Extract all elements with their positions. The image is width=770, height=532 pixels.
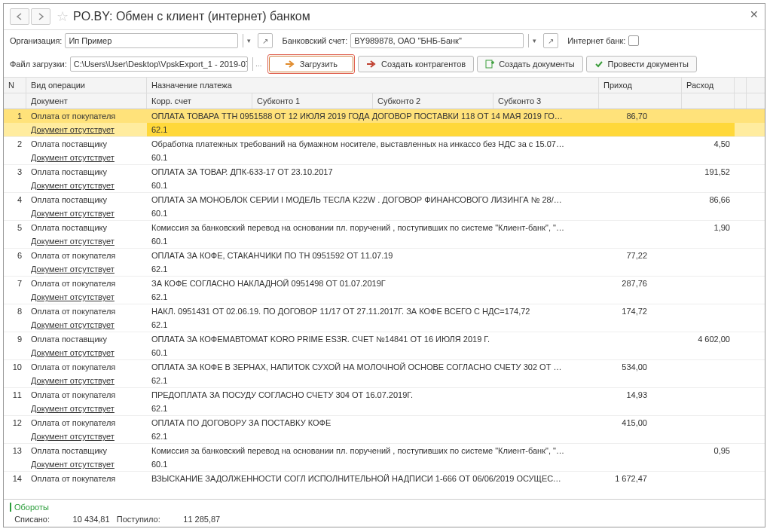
cell-purpose: ОПЛАТА ЗА ТОВАР. ДПК-633-17 ОТ 23.10.201… [147,165,569,179]
table-row[interactable]: 3Оплата поставщикуОПЛАТА ЗА ТОВАР. ДПК-6… [4,165,765,193]
cell-account: 62.1 [147,262,735,276]
cell-purpose: ВЗЫСКАНИЕ ЗАДОЛЖЕННОСТИ СОГЛ ИСПОЛНИТЕЛЬ… [147,472,569,485]
cell-expense [652,309,735,313]
cell-operation: Оплата от покупателя [26,472,147,485]
organization-dropdown-button[interactable]: ▾ [243,34,255,47]
cell-document-link[interactable]: Документ отсутствует [26,262,147,276]
grid-body[interactable]: 1Оплата от покупателяОПЛАТА ТОВАРА ТТН 0… [4,109,765,486]
turnover-label: Обороты [10,503,759,512]
header-n[interactable]: N [4,78,26,93]
load-button-label: Загрузить [300,60,338,69]
cell-income: 86,70 [569,109,652,123]
cell-document-link[interactable]: Документ отсутствует [26,346,147,359]
cell-document-link[interactable]: Документ отсутствует [26,318,147,332]
cell-purpose: НАКЛ. 0951431 ОТ 02.06.19. ПО ДОГОВОР 11… [147,304,569,318]
table-row[interactable]: 10Оплата от покупателяОПЛАТА ЗА КОФЕ В З… [4,360,765,388]
file-load-label: Файл загрузки: [10,60,67,69]
organization-value: Ип Пример [69,36,112,45]
table-row[interactable]: 9Оплата поставщикуОПЛАТА ЗА КОФЕМАВТОМАТ… [4,332,765,360]
cell-document-link[interactable]: Документ отсутствует [26,151,147,164]
main-window: ☆ PO.BY: Обмен с клиент (интернет) банко… [3,3,765,527]
file-load-input[interactable]: C:\Users\User\Desktop\VpskExport_1 - 201… [70,57,248,72]
cell-purpose: Обработка платежных требований на бумажн… [147,137,569,151]
cell-account: 60.1 [147,234,735,248]
cell-purpose: ПРЕДОПЛАТА ЗА ПОСУДУ СОГЛАСНО СЧЕТУ 304 … [147,388,569,402]
organization-open-button[interactable]: ↗ [258,33,273,48]
cell-income: 1 672,47 [569,472,652,485]
cell-income [569,337,652,341]
table-row[interactable]: 13Оплата поставщикуКомиссия за банковски… [4,444,765,472]
cell-n: 13 [4,444,26,457]
cell-document-link[interactable]: Документ отсутствует [26,457,147,471]
table-row[interactable]: 2Оплата поставщикуОбработка платежных тр… [4,137,765,165]
cell-document-link[interactable]: Документ отсутствует [26,234,147,248]
table-row[interactable]: 1Оплата от покупателяОПЛАТА ТОВАРА ТТН 0… [4,109,765,137]
nav-forward-button[interactable] [31,8,50,25]
cell-document-link[interactable]: Документ отсутствует [26,123,147,136]
header-payment-purpose[interactable]: Назначение платежа [147,78,599,93]
table-row[interactable]: 5Оплата поставщикуКомиссия за банковский… [4,221,765,249]
footer: Обороты Списано: 10 434,81 Поступило: 11… [4,499,765,527]
written-off-value: 10 434,81 [73,515,110,524]
header-sub1[interactable]: Субконто 1 [252,93,373,109]
cell-expense [652,476,735,481]
cell-document-link[interactable]: Документ отсутствует [26,374,147,387]
cell-operation: Оплата от покупателя [26,277,147,290]
cell-n: 7 [4,277,26,290]
cell-account: 62.1 [147,374,735,387]
header-operation-type[interactable]: Вид операции [26,78,147,93]
cell-n: 14 [4,472,26,485]
cell-document-link[interactable]: Документ отсутствует [26,485,147,486]
arrow-right-icon [36,12,45,21]
cell-operation: Оплата от покупателя [26,249,147,262]
load-button-highlight: Загрузить [267,54,355,74]
cell-document-link[interactable]: Документ отсутствует [26,290,147,304]
table-row[interactable]: 4Оплата поставщикуОПЛАТА ЗА МОНОБЛОК СЕР… [4,193,765,221]
create-counterparties-button[interactable]: Создать контрагентов [358,56,474,72]
header-corr-account[interactable]: Корр. счет [147,93,252,109]
cell-document-link[interactable]: Документ отсутствует [26,206,147,220]
post-documents-button[interactable]: Провести документы [586,56,697,72]
cell-purpose: ОПЛАТА ЗА КОФЕ, СТАКАНЧИКИ ПО ТН 0951592… [147,249,569,262]
cell-n: 9 [4,332,26,346]
create-documents-button[interactable]: Создать документы [477,56,582,72]
bank-account-open-button[interactable]: ↗ [543,33,558,48]
close-button[interactable]: ✕ [750,8,759,20]
cell-operation: Оплата от покупателя [26,388,147,402]
cell-income: 287,76 [569,277,652,290]
favorite-star-icon[interactable]: ☆ [57,8,69,25]
header-document[interactable]: Документ [26,93,147,109]
cell-purpose: ОПЛАТА ЗА КОФЕ В ЗЕРНАХ, НАПИТОК СУХОЙ Н… [147,360,569,374]
received-value: 11 285,87 [183,515,220,524]
params-row-1: Организация: Ип Пример ▾ ↗ Банковский сч… [4,30,765,51]
table-row[interactable]: 11Оплата от покупателяПРЕДОПЛАТА ЗА ПОСУ… [4,388,765,416]
cell-account: 62.1 [147,290,735,304]
grid-header-row-1: N Вид операции Назначение платежа Приход… [4,78,765,93]
table-row[interactable]: 12Оплата от покупателяОПЛАТА ПО ДОГОВОРУ… [4,416,765,444]
header-sub2[interactable]: Субконто 2 [373,93,493,109]
table-row[interactable]: 8Оплата от покупателяНАКЛ. 0951431 ОТ 02… [4,304,765,332]
load-button[interactable]: Загрузить [269,56,353,72]
internet-bank-checkbox[interactable] [628,35,639,46]
cell-operation: Оплата поставщику [26,332,147,346]
header-expense[interactable]: Расход [682,78,735,93]
table-row[interactable]: 6Оплата от покупателяОПЛАТА ЗА КОФЕ, СТА… [4,249,765,277]
header-sub3[interactable]: Субконто 3 [493,93,599,109]
cell-document-link[interactable]: Документ отсутствует [26,430,147,443]
arrow-left-icon [15,12,24,21]
cell-n: 2 [4,137,26,151]
bank-account-input[interactable]: BY989878, ОАО "БНБ-Банк" [350,33,524,48]
cell-document-link[interactable]: Документ отсутствует [26,402,147,415]
file-load-browse-button[interactable]: … [252,57,264,71]
table-row[interactable]: 7Оплата от покупателяЗА КОФЕ СОГЛАСНО НА… [4,277,765,304]
cell-n: 3 [4,165,26,179]
header-income[interactable]: Приход [599,78,682,93]
table-row[interactable]: 14Оплата от покупателяВЗЫСКАНИЕ ЗАДОЛЖЕН… [4,472,765,486]
cell-purpose: ЗА КОФЕ СОГЛАСНО НАКЛАДНОЙ 0951498 ОТ 01… [147,277,569,290]
bank-account-dropdown-button[interactable]: ▾ [528,34,540,47]
create-counterparties-label: Создать контрагентов [381,60,466,69]
arrow-right-red-icon [366,60,377,69]
nav-back-button[interactable] [10,8,29,25]
cell-document-link[interactable]: Документ отсутствует [26,179,147,192]
organization-input[interactable]: Ип Пример [65,33,238,48]
